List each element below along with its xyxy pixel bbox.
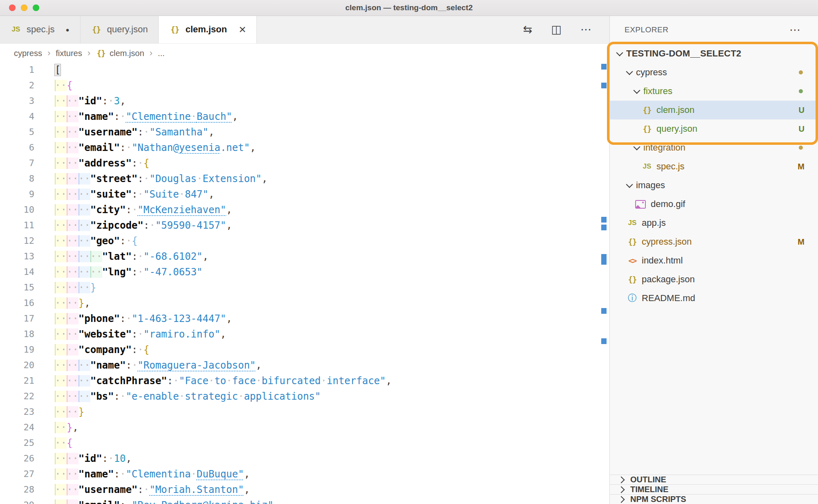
token: "59590-4157" — [155, 220, 226, 231]
code-line: ······"street":·"Douglas·Extension", — [55, 171, 600, 187]
item-label: index.html — [642, 255, 683, 266]
diagnostic-mark — [601, 64, 607, 70]
token: 3 — [114, 95, 120, 107]
line-number: 5 — [0, 124, 34, 140]
whitespace: ·· — [55, 468, 67, 480]
whitespace: · — [137, 158, 143, 169]
tab-query.json[interactable]: {}query.json — [81, 16, 159, 43]
explorer-header: EXPLORER ⋯ — [610, 16, 818, 44]
html-icon: <> — [627, 256, 638, 265]
whitespace: ·· — [67, 313, 79, 324]
panel-outline[interactable]: OUTLINE — [610, 475, 818, 484]
whitespace: ·· — [67, 328, 79, 340]
close-icon[interactable]: × — [239, 23, 246, 36]
json-icon: {} — [91, 25, 102, 34]
token: : — [120, 142, 126, 153]
open-changes-icon[interactable]: ⇆ — [523, 24, 533, 35]
tab-label: clem.json — [185, 24, 227, 35]
token: "Face — [179, 375, 208, 387]
token: "Clementina — [126, 468, 191, 480]
whitespace: ·· — [55, 189, 67, 200]
line-number: 22 — [0, 389, 34, 404]
token: "ramiro.info" — [144, 328, 220, 340]
line-number: 18 — [0, 326, 34, 342]
token: "city" — [90, 204, 126, 216]
whitespace: ·· — [55, 111, 67, 122]
explorer-item-readme-md[interactable]: ⓘREADME.md — [610, 289, 818, 308]
explorer-item-integration[interactable]: integration — [610, 138, 818, 157]
breadcrumb-item-[interactable]: ... — [158, 49, 165, 58]
token: , — [126, 453, 131, 464]
whitespace: ·· — [55, 406, 67, 418]
explorer-item-cypress-json[interactable]: {}cypress.jsonM — [610, 232, 818, 251]
explorer-more-actions-icon[interactable]: ⋯ — [789, 25, 800, 36]
json-icon: {} — [169, 25, 180, 34]
whitespace: · — [144, 126, 149, 138]
panel-timeline[interactable]: TIMELINE — [610, 484, 818, 494]
token: : — [132, 328, 137, 340]
token: : — [114, 391, 120, 402]
code-line: ······"city":·"McKenziehaven", — [55, 202, 600, 218]
more-actions-icon[interactable]: ⋯ — [580, 24, 591, 35]
item-label: integration — [643, 142, 685, 153]
whitespace: ·· — [55, 126, 67, 138]
whitespace: ·· — [67, 266, 79, 278]
explorer-item-cypress[interactable]: cypress — [610, 63, 818, 82]
token: "name" — [79, 468, 114, 480]
breadcrumb-item-cypress[interactable]: cypress — [14, 49, 42, 58]
explorer-item-index-html[interactable]: <>index.html — [610, 251, 818, 270]
whitespace: ·· — [67, 142, 79, 153]
explorer-item-query-json[interactable]: {}query.jsonU — [610, 119, 818, 138]
breadcrumb-item-fixtures[interactable]: fixtures — [56, 49, 82, 58]
split-editor-icon[interactable]: ◫ — [551, 24, 562, 35]
token: 847" — [185, 189, 209, 200]
line-number: 27 — [0, 466, 34, 482]
tab-clem.json[interactable]: {}clem.json× — [159, 16, 257, 43]
code-editor[interactable]: 1234567891011121314151617181920212223242… — [0, 62, 609, 504]
line-number: 12 — [0, 233, 34, 249]
token: : — [126, 204, 131, 216]
whitespace: ·· — [55, 391, 67, 402]
whitespace: · — [137, 251, 143, 262]
token: applications" — [244, 391, 321, 402]
line-number: 24 — [0, 420, 34, 435]
whitespace: · — [120, 468, 126, 480]
code-line: ······"catchPhrase":·"Face·to·face·bifur… — [55, 373, 600, 389]
token: interface" — [327, 375, 386, 387]
whitespace: ·· — [67, 500, 79, 504]
token: : — [102, 95, 108, 107]
sidebar-sections: OUTLINETIMELINENPM SCRIPTS — [610, 475, 818, 504]
explorer-item-demo-gif[interactable]: demo.gif — [610, 195, 818, 214]
breadcrumb-item-clemjson[interactable]: {}clem.json — [96, 49, 144, 58]
token: "zipcode" — [90, 220, 144, 231]
whitespace: ·· — [55, 484, 67, 495]
tab-spec.js[interactable]: JSspec.js● — [0, 16, 81, 43]
token: "Moriah.Stanton" — [149, 484, 244, 495]
token: , — [209, 189, 214, 200]
explorer-item-clem-json[interactable]: {}clem.jsonU — [610, 101, 818, 119]
json-icon: {} — [642, 106, 652, 115]
token: "company" — [79, 344, 132, 356]
editor-actions: ⇆◫⋯ — [523, 16, 609, 43]
token: } — [79, 297, 84, 309]
whitespace: ·· — [55, 422, 67, 433]
token: [ — [55, 64, 61, 76]
code-line: ····"id":·10, — [55, 451, 600, 466]
whitespace: ·· — [55, 328, 67, 340]
whitespace: ·· — [90, 266, 102, 278]
token: face — [232, 375, 256, 387]
explorer-item-images[interactable]: images — [610, 176, 818, 195]
token: Bauch" — [197, 111, 232, 122]
explorer-item-spec-js[interactable]: JSspec.jsM — [610, 157, 818, 176]
explorer-item-testing-dom__select2[interactable]: TESTING-DOM__SELECT2 — [610, 44, 818, 63]
code-line: ··{ — [55, 78, 600, 93]
explorer-item-app-js[interactable]: JSapp.js — [610, 214, 818, 232]
whitespace: · — [179, 189, 184, 200]
explorer-item-package-json[interactable]: {}package.json — [610, 270, 818, 289]
token: bifurcated — [262, 375, 321, 387]
token: "Suite — [144, 189, 179, 200]
explorer-item-fixtures[interactable]: fixtures — [610, 82, 818, 101]
token: "email" — [79, 500, 120, 504]
whitespace: ·· — [67, 297, 79, 309]
panel-npm-scripts[interactable]: NPM SCRIPTS — [610, 494, 818, 504]
